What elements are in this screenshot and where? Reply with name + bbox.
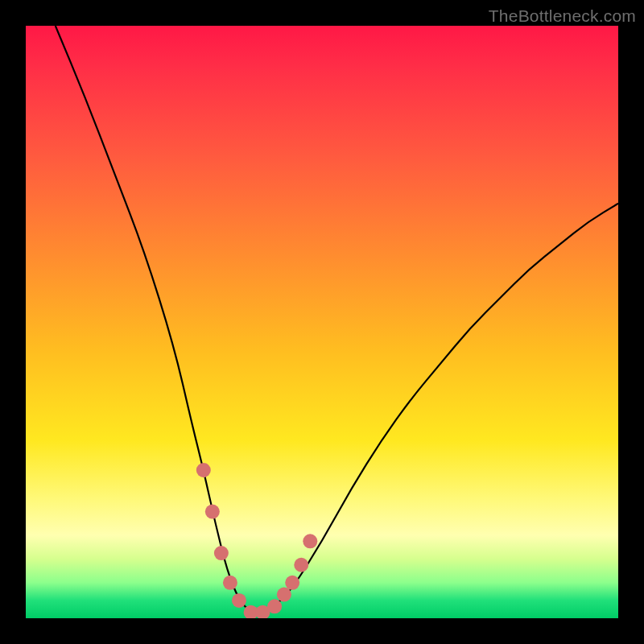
plot-area [26,26,618,618]
bottleneck-curve [56,26,618,613]
highlight-dot [277,588,291,602]
highlight-dot [232,593,246,608]
highlight-dot [285,576,299,590]
highlight-dot [267,599,282,613]
highlight-dot [205,505,220,519]
chart-svg [26,26,618,618]
watermark-text: TheBottleneck.com [489,6,636,26]
highlight-dot [223,576,237,590]
highlight-dot [303,534,317,548]
highlight-dot [294,558,308,572]
highlight-dot [214,546,229,560]
highlight-dot [196,463,211,477]
chart-frame: TheBottleneck.com [0,0,644,644]
highlight-dots [196,463,317,618]
